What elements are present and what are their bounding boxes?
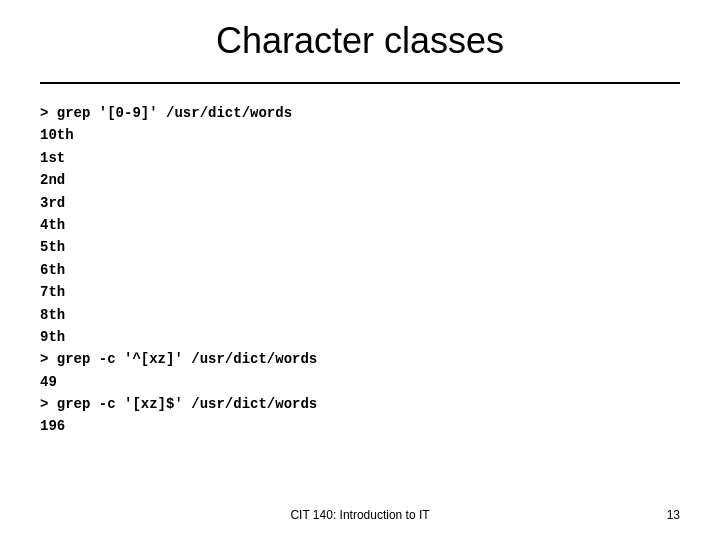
footer-center-text: CIT 140: Introduction to IT: [40, 508, 680, 522]
code-line-10: 8th: [40, 304, 680, 326]
code-line-1: > grep '[0-9]' /usr/dict/words: [40, 102, 680, 124]
code-line-3: 1st: [40, 147, 680, 169]
code-line-7: 5th: [40, 236, 680, 258]
code-line-4: 2nd: [40, 169, 680, 191]
footer-page-number: 13: [667, 508, 680, 522]
code-line-5: 3rd: [40, 192, 680, 214]
slide: Character classes > grep '[0-9]' /usr/di…: [0, 0, 720, 540]
code-line-11: 9th: [40, 326, 680, 348]
code-line-13: 49: [40, 371, 680, 393]
code-line-12: > grep -c '^[xz]' /usr/dict/words: [40, 348, 680, 370]
code-line-6: 4th: [40, 214, 680, 236]
code-line-9: 7th: [40, 281, 680, 303]
code-line-8: 6th: [40, 259, 680, 281]
code-content: > grep '[0-9]' /usr/dict/words 10th 1st …: [40, 102, 680, 438]
slide-title: Character classes: [40, 20, 680, 72]
slide-footer: CIT 140: Introduction to IT 13: [0, 508, 720, 522]
code-line-2: 10th: [40, 124, 680, 146]
code-line-15: 196: [40, 415, 680, 437]
title-divider: [40, 82, 680, 84]
code-line-14: > grep -c '[xz]$' /usr/dict/words: [40, 393, 680, 415]
